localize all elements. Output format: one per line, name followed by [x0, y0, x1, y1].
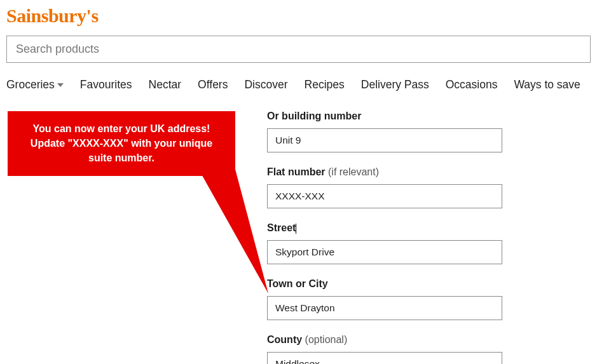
- nav-occasions[interactable]: Occasions: [446, 78, 498, 91]
- search-bar[interactable]: [6, 36, 591, 63]
- nav-recipes[interactable]: Recipes: [305, 78, 345, 91]
- street-label-text: Street: [267, 222, 296, 233]
- brand-logo[interactable]: Sainsbury's: [6, 5, 591, 27]
- nav-groceries-label: Groceries: [6, 78, 55, 91]
- nav-discover[interactable]: Discover: [244, 78, 287, 91]
- town-input[interactable]: [267, 296, 502, 320]
- address-form: Or building number Flat number (if relev…: [248, 111, 591, 364]
- instruction-callout: You can now enter your UK address! Updat…: [8, 111, 235, 176]
- nav-ways-to-save[interactable]: Ways to save: [514, 78, 580, 91]
- flat-number-label-text: Flat number: [267, 166, 328, 177]
- county-label-text: County: [267, 334, 305, 345]
- nav-offers[interactable]: Offers: [198, 78, 228, 91]
- nav-nectar[interactable]: Nectar: [149, 78, 182, 91]
- primary-nav: Groceries Favourites Nectar Offers Disco…: [6, 78, 591, 91]
- nav-delivery-pass[interactable]: Delivery Pass: [361, 78, 429, 91]
- text-cursor-icon: [296, 224, 296, 234]
- town-label: Town or City: [267, 278, 591, 290]
- nav-groceries[interactable]: Groceries: [6, 78, 64, 91]
- street-label: Street: [267, 222, 591, 234]
- flat-number-hint: (if relevant): [328, 166, 379, 177]
- flat-number-input[interactable]: [267, 184, 502, 208]
- county-hint: (optional): [305, 334, 348, 345]
- nav-favourites[interactable]: Favourites: [80, 78, 132, 91]
- building-number-input[interactable]: [267, 128, 502, 152]
- building-number-label: Or building number: [267, 111, 591, 122]
- search-input[interactable]: [16, 43, 581, 56]
- flat-number-label: Flat number (if relevant): [267, 166, 591, 178]
- chevron-down-icon: [57, 83, 64, 87]
- county-label: County (optional): [267, 334, 591, 346]
- county-input[interactable]: [267, 352, 502, 364]
- street-input[interactable]: [267, 240, 502, 264]
